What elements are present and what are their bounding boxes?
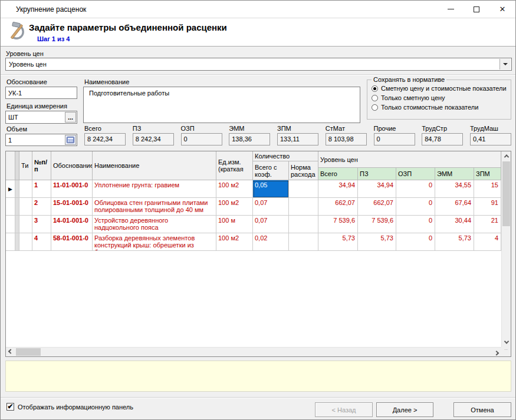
calculator-button[interactable]	[65, 135, 76, 145]
cell-type[interactable]	[19, 216, 32, 233]
cell-type[interactable]	[19, 198, 32, 216]
total-label: ТрудСтр	[422, 125, 463, 132]
cell-qty-total[interactable]: 0,02	[253, 233, 289, 251]
cell-qty-norm[interactable]	[289, 180, 318, 198]
total-item-6: Прочие0	[374, 125, 415, 145]
scrollbar-corner: ··	[501, 347, 511, 356]
chevron-down-button[interactable]	[499, 59, 511, 70]
cell-vsego[interactable]: 5,73	[318, 233, 358, 251]
cell-qty-norm[interactable]	[289, 233, 318, 251]
cell-ozp[interactable]: 0	[396, 198, 435, 216]
cell-name[interactable]: Облицовка стен гранитными плитами полиро…	[93, 198, 216, 216]
info-panel-checkbox[interactable]: ✔ Отображать информационную панель	[6, 403, 133, 411]
name-value: Подготовительные работы	[89, 90, 169, 97]
price-level-combobox[interactable]: Уровень цен	[5, 58, 512, 71]
scroll-left-button[interactable]	[6, 348, 15, 357]
cell-ozp[interactable]: 0	[396, 180, 435, 198]
cell-type[interactable]	[19, 233, 32, 251]
cell-qty-total[interactable]: 0,07	[253, 216, 289, 233]
cell-zpm[interactable]: 15	[474, 180, 501, 198]
cell-unit[interactable]: 100 м2	[216, 180, 253, 198]
cell-qty-total[interactable]: 0,07	[253, 198, 289, 216]
cell-ozp[interactable]: 0	[396, 233, 435, 251]
cell-justification[interactable]: 15-01-001-0	[51, 198, 93, 216]
chevron-down-icon	[504, 339, 509, 343]
cell-justification[interactable]: 14-01-001-0	[51, 216, 93, 233]
cell-justification[interactable]: 58-01-001-0	[51, 233, 93, 251]
total-label: ПЗ	[133, 125, 174, 132]
next-button[interactable]: Далее >	[376, 402, 433, 417]
table-row: 458-01-001-0Разборка деревянных элементо…	[6, 233, 501, 251]
volume-label: Объем	[6, 125, 27, 133]
scroll-up-button[interactable]	[502, 151, 511, 161]
cell-name[interactable]: Разборка деревянных элементов конструкци…	[93, 233, 216, 251]
cell-pz[interactable]: 662,07	[358, 198, 396, 216]
total-value-field: 133,11	[277, 133, 318, 145]
total-value-field: 0	[181, 133, 222, 145]
close-button[interactable]: ✕	[489, 1, 515, 18]
cell-emm[interactable]: 30,44	[435, 216, 474, 233]
vertical-scrollbar[interactable]	[501, 151, 511, 347]
unit-label: Единица измерения	[6, 102, 67, 110]
chevron-left-icon	[8, 349, 13, 353]
page-title: Задайте параметры объединенной расценки	[29, 22, 227, 32]
minimize-button[interactable]	[438, 1, 464, 18]
cell-name[interactable]: Уплотнение грунта: гравием	[93, 180, 216, 198]
total-item-1: ПЗ8 242,34	[133, 125, 174, 145]
cell-qty-norm[interactable]	[289, 216, 318, 233]
cell-pz[interactable]: 7 539,6	[358, 216, 396, 233]
cell-ozp[interactable]: 0	[396, 216, 435, 233]
cell-name[interactable]: Устройство деревянного надцокольного поя…	[93, 216, 216, 233]
radio-option-0[interactable]: Сметную цену и стоимостные показатели	[372, 84, 510, 93]
total-item-4: ЗПМ133,11	[277, 125, 318, 145]
column-header-3: ОЗП	[396, 168, 435, 180]
chevron-up-icon	[504, 154, 509, 159]
scroll-right-button[interactable]	[492, 348, 501, 357]
cell-zpm[interactable]: 21	[474, 216, 501, 233]
column-group-price-level: Уровень цен	[318, 151, 501, 168]
cell-unit[interactable]: 100 м2	[216, 198, 253, 216]
chevron-right-icon	[494, 350, 499, 355]
cell-zpm[interactable]: 4	[474, 233, 501, 251]
cell-vsego[interactable]: 7 539,6	[318, 216, 358, 233]
cell-pz[interactable]: 34,94	[358, 180, 396, 198]
unit-browse-button[interactable]: ...	[65, 112, 76, 123]
unit-field: ...	[5, 111, 77, 124]
cell-num[interactable]: 2	[32, 198, 51, 216]
cell-num[interactable]: 3	[32, 216, 51, 233]
cell-unit[interactable]: 100 м	[216, 216, 253, 233]
cancel-button[interactable]: Отмена	[453, 402, 511, 417]
column-header-justification: Обоснование	[51, 151, 93, 180]
cell-vsego[interactable]: 34,94	[318, 180, 358, 198]
cell-qty-total[interactable]: 0,05	[253, 180, 289, 198]
cell-vsego[interactable]: 662,07	[318, 198, 358, 216]
column-header-4: ЭММ	[435, 168, 474, 180]
radio-option-2[interactable]: Только стоимостные показатели	[372, 102, 510, 112]
justification-input[interactable]	[5, 87, 77, 99]
cell-pz[interactable]: 5,73	[358, 233, 396, 251]
maximize-button[interactable]	[464, 1, 489, 18]
row-marker	[6, 216, 15, 233]
scroll-down-button[interactable]	[502, 338, 511, 347]
cell-justification[interactable]: 11-01-001-0	[51, 180, 93, 198]
total-label: ЭММ	[229, 125, 270, 132]
horizontal-scroll-thumb[interactable]	[16, 348, 41, 356]
horizontal-scrollbar[interactable]	[6, 347, 501, 356]
name-textarea[interactable]: Подготовительные работы	[83, 87, 360, 123]
cell-type[interactable]	[19, 180, 32, 198]
hammer-sickle-icon	[6, 21, 27, 43]
cell-emm[interactable]: 67,64	[435, 198, 474, 216]
cell-unit[interactable]: 100 м2	[216, 233, 253, 251]
radio-option-1[interactable]: Только сметную цену	[372, 93, 510, 102]
cell-zpm[interactable]: 91	[474, 198, 501, 216]
cell-qty-norm[interactable]	[289, 198, 318, 216]
cell-emm[interactable]: 5,73	[435, 233, 474, 251]
table-row: 215-01-001-0Облицовка стен гранитными пл…	[6, 198, 501, 216]
vertical-scroll-thumb[interactable]	[502, 161, 510, 226]
column-header-1: Всего	[318, 168, 358, 180]
row-indicator	[15, 198, 19, 216]
cell-emm[interactable]: 34,55	[435, 180, 474, 198]
checkbox-label: Отображать информационную панель	[18, 404, 133, 411]
cell-num[interactable]: 1	[32, 180, 51, 198]
cell-num[interactable]: 4	[32, 233, 51, 251]
